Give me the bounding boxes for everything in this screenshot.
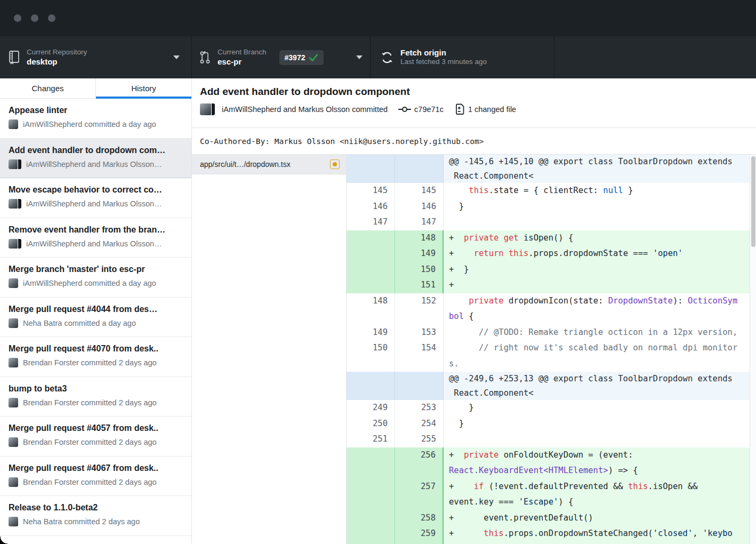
old-line-number: 148 bbox=[347, 293, 395, 325]
commit-list-item[interactable]: Merge pull request #4070 from desk..Bren… bbox=[0, 337, 191, 377]
commit-title: Merge pull request #4070 from desk.. bbox=[9, 344, 184, 354]
diff-hunk-header: @@ -249,6 +253,13 @@ export class Toolba… bbox=[347, 372, 750, 400]
old-line-number bbox=[347, 510, 395, 526]
commit-list-item[interactable]: Merge branch 'master' into esc-priAmWill… bbox=[0, 258, 191, 298]
diff-line: 146146 } bbox=[347, 199, 750, 215]
titlebar bbox=[0, 0, 756, 36]
code-text: + this.props.onDropdownStateChanged('clo… bbox=[444, 526, 750, 544]
commit-meta-text: Brendan Forster committed 2 days ago bbox=[23, 358, 157, 367]
new-line-number: 257 bbox=[395, 479, 444, 510]
diff-line[interactable]: 257+ if (!event.defaultPrevented && this… bbox=[347, 479, 750, 510]
commit-title: Merge branch 'master' into esc-pr bbox=[9, 265, 184, 274]
new-line-number: 145 bbox=[395, 183, 444, 199]
window-controls bbox=[14, 14, 55, 22]
commit-list-item[interactable]: Merge pull request #4057 from desk..Bren… bbox=[0, 417, 191, 457]
diff-line: 250254 } bbox=[347, 416, 750, 432]
commit-title: Add event handler to dropdown com… bbox=[9, 146, 184, 155]
commit-list-item[interactable]: Release to 1.1.0-beta2Neha Batra committ… bbox=[0, 496, 191, 536]
new-line-number: 151 bbox=[395, 277, 444, 293]
commit-meta-text: Brendan Forster committed 2 days ago bbox=[23, 478, 157, 486]
sync-icon bbox=[380, 51, 394, 65]
old-line-number: 250 bbox=[347, 416, 395, 432]
commit-meta-text: Neha Batra committed 2 days ago bbox=[23, 517, 140, 526]
code-text bbox=[444, 214, 750, 230]
commit-list-item[interactable]: Merge pull request #4073 from desk.. bbox=[0, 536, 191, 544]
diff-line[interactable]: 259+ this.props.onDropdownStateChanged('… bbox=[347, 526, 750, 544]
coauthored-by-text: Co-Authored-By: Markus Olsson <niik@user… bbox=[200, 137, 484, 146]
pr-status-badge: #3972 bbox=[279, 50, 324, 65]
maximize-button[interactable] bbox=[48, 14, 55, 22]
old-line-number bbox=[347, 447, 395, 479]
file-list-item[interactable]: app/src/ui/t…/dropdown.tsx bbox=[192, 155, 346, 174]
current-branch-button[interactable]: Current Branch esc-pr #3972 bbox=[192, 36, 371, 78]
commit-meta-text: Brendan Forster committed 2 days ago bbox=[23, 438, 157, 446]
diff-scrollbar[interactable] bbox=[750, 155, 756, 544]
avatar bbox=[9, 398, 18, 407]
commit-meta-text: Neha Batra committed a day ago bbox=[23, 319, 136, 327]
diff-line: 145145 this.state = { clientRect: null } bbox=[347, 183, 750, 199]
current-branch-label: Current Branch bbox=[218, 48, 267, 57]
diff-view: @@ -145,6 +145,10 @@ export class Toolba… bbox=[347, 155, 750, 544]
commit-list-item[interactable]: Add event handler to dropdown com…iAmWil… bbox=[0, 139, 191, 179]
diff-line: 249253 } bbox=[347, 400, 750, 416]
avatar bbox=[9, 119, 18, 129]
old-line-number bbox=[347, 479, 395, 510]
last-fetched-text: Last fetched 3 minutes ago bbox=[400, 58, 487, 67]
diff-line: 150154 // right now it's scaled badly on… bbox=[347, 340, 750, 372]
code-text: + return this.props.dropdownState === 'o… bbox=[444, 246, 750, 262]
commit-list-item[interactable]: Remove event handler from the bran…iAmWi… bbox=[0, 218, 191, 258]
new-line-number: 253 bbox=[395, 400, 444, 416]
code-text: + private get isOpen() { bbox=[444, 230, 750, 246]
check-icon bbox=[309, 53, 318, 62]
branch-icon bbox=[199, 50, 211, 65]
commit-sha: c79e71c bbox=[414, 105, 444, 114]
commit-list: Appease linteriAmWillShepherd committed … bbox=[0, 99, 192, 544]
code-text: private dropdownIcon(state: DropdownStat… bbox=[444, 293, 750, 325]
diff-line[interactable]: 150+ } bbox=[347, 262, 750, 278]
current-branch-value: esc-pr bbox=[218, 57, 267, 67]
new-line-number bbox=[395, 372, 444, 400]
new-line-number: 256 bbox=[395, 447, 444, 479]
diff-line[interactable]: 148+ private get isOpen() { bbox=[347, 230, 750, 246]
old-line-number: 249 bbox=[347, 400, 395, 416]
new-line-number: 147 bbox=[395, 214, 444, 230]
changed-files-count: 1 changed file bbox=[468, 105, 516, 114]
code-text: } bbox=[444, 416, 750, 432]
code-text: } bbox=[444, 199, 750, 215]
fetch-origin-button[interactable]: Fetch origin Last fetched 3 minutes ago bbox=[371, 36, 554, 78]
new-line-number: 254 bbox=[395, 416, 444, 432]
new-line-number bbox=[395, 155, 444, 183]
old-line-number bbox=[347, 372, 395, 400]
minimize-button[interactable] bbox=[31, 14, 38, 22]
commit-list-item[interactable]: Appease linteriAmWillShepherd committed … bbox=[0, 99, 191, 139]
diff-line[interactable]: 256+ private onFoldoutKeyDown = (event: … bbox=[347, 447, 750, 479]
commit-list-item[interactable]: Merge pull request #4067 from desk..Bren… bbox=[0, 457, 191, 497]
current-repository-button[interactable]: Current Repository desktop bbox=[0, 36, 192, 78]
fetch-origin-label: Fetch origin bbox=[400, 48, 487, 58]
scrollbar-thumb[interactable] bbox=[751, 156, 755, 247]
diff-line[interactable]: 258+ event.preventDefault() bbox=[347, 510, 750, 526]
diff-line[interactable]: 149+ return this.props.dropdownState ===… bbox=[347, 246, 750, 262]
commit-title: Remove event handler from the bran… bbox=[9, 225, 184, 235]
code-text: + bbox=[444, 277, 750, 293]
file-path: app/src/ui/t…/dropdown.tsx bbox=[200, 160, 326, 169]
chevron-down-icon bbox=[356, 55, 363, 59]
tab-changes[interactable]: Changes bbox=[0, 78, 95, 98]
commit-list-item[interactable]: Move escape behavior to correct co…iAmWi… bbox=[0, 178, 191, 218]
old-line-number bbox=[347, 526, 395, 544]
commit-meta-text: iAmWillShepherd committed a day ago bbox=[23, 120, 156, 129]
diff-line[interactable]: 151+ bbox=[347, 277, 750, 293]
commit-list-item[interactable]: Merge pull request #4044 from des…Neha B… bbox=[0, 298, 191, 338]
commit-title: Release to 1.1.0-beta2 bbox=[9, 503, 184, 513]
commit-title: Move escape behavior to correct co… bbox=[9, 185, 184, 195]
commit-meta-text: iAmWillShepherd and Markus Olsson… bbox=[26, 199, 162, 208]
pr-number: #3972 bbox=[285, 53, 305, 62]
commit-list-item[interactable]: bump to beta3Brendan Forster committed 2… bbox=[0, 377, 191, 417]
avatar bbox=[9, 437, 18, 447]
old-line-number: 150 bbox=[347, 340, 395, 372]
commit-title: Merge pull request #4067 from desk.. bbox=[9, 463, 184, 473]
code-text: + if (!event.defaultPrevented && this.is… bbox=[444, 479, 750, 510]
tab-history[interactable]: History bbox=[95, 78, 191, 98]
close-button[interactable] bbox=[14, 14, 21, 22]
chevron-down-icon bbox=[173, 55, 180, 59]
